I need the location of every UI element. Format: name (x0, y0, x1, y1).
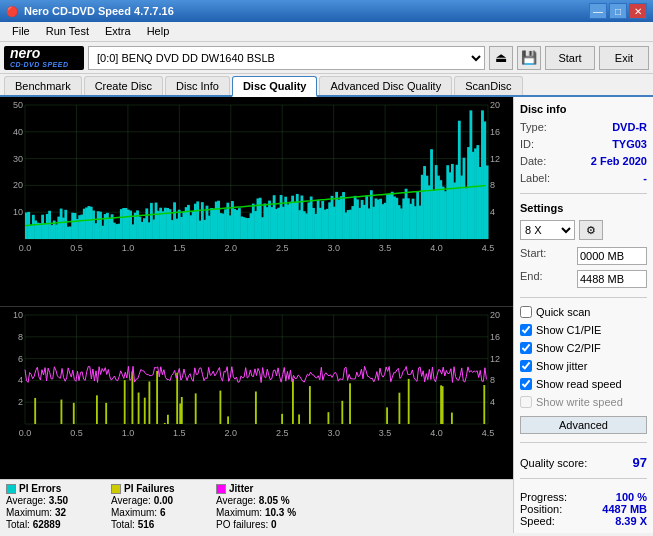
quick-scan-checkbox[interactable] (520, 306, 532, 318)
position-label: Position: (520, 503, 562, 515)
speed-selector[interactable]: 8 X 4 X 2 X MAX (520, 220, 575, 240)
pi-failures-label: PI Failures (124, 483, 175, 494)
quality-label: Quality score: (520, 457, 587, 469)
date-value: 2 Feb 2020 (591, 155, 647, 167)
tab-create-disc[interactable]: Create Disc (84, 76, 163, 95)
end-label: End: (520, 270, 543, 288)
settings-icon-btn[interactable]: ⚙ (579, 220, 603, 240)
tab-advanced-disc-quality[interactable]: Advanced Disc Quality (319, 76, 452, 95)
position-value: 4487 MB (602, 503, 647, 515)
close-button[interactable]: ✕ (629, 3, 647, 19)
show-read-speed-label: Show read speed (536, 378, 622, 390)
start-button[interactable]: Start (545, 46, 595, 70)
progress-value: 100 % (616, 491, 647, 503)
menu-file[interactable]: File (4, 24, 38, 39)
settings-title: Settings (520, 202, 647, 214)
drive-selector[interactable]: [0:0] BENQ DVD DD DW1640 BSLB (88, 46, 485, 70)
title-bar: 🔴 Nero CD-DVD Speed 4.7.7.16 — □ ✕ (0, 0, 653, 22)
maximize-button[interactable]: □ (609, 3, 627, 19)
tab-disc-quality[interactable]: Disc Quality (232, 76, 318, 97)
save-button[interactable]: 💾 (517, 46, 541, 70)
exit-button[interactable]: Exit (599, 46, 649, 70)
main-content: PI Errors Average: 3.50 Maximum: 32 Tota… (0, 97, 653, 533)
toolbar: nero CD·DVD SPEED [0:0] BENQ DVD DD DW16… (0, 42, 653, 74)
speed-label: Speed: (520, 515, 555, 527)
type-label: Type: (520, 121, 547, 133)
stats-footer: PI Errors Average: 3.50 Maximum: 32 Tota… (0, 479, 513, 533)
jitter-label: Jitter (229, 483, 253, 494)
menu-help[interactable]: Help (139, 24, 178, 39)
sidebar: Disc info Type: DVD-R ID: TYG03 Date: 2 … (513, 97, 653, 533)
disc-label-label: Label: (520, 172, 550, 184)
show-read-speed-checkbox[interactable] (520, 378, 532, 390)
advanced-button[interactable]: Advanced (520, 416, 647, 434)
id-value: TYG03 (612, 138, 647, 150)
end-input[interactable] (577, 270, 647, 288)
app-icon: 🔴 (6, 6, 18, 17)
show-write-speed-checkbox[interactable] (520, 396, 532, 408)
show-jitter-label: Show jitter (536, 360, 587, 372)
quick-scan-label: Quick scan (536, 306, 590, 318)
tab-benchmark[interactable]: Benchmark (4, 76, 82, 95)
start-label: Start: (520, 247, 546, 265)
start-input[interactable] (577, 247, 647, 265)
window-title: Nero CD-DVD Speed 4.7.7.16 (24, 5, 174, 17)
show-jitter-checkbox[interactable] (520, 360, 532, 372)
id-label: ID: (520, 138, 534, 150)
show-c2-pif-label: Show C2/PIF (536, 342, 601, 354)
show-c1-pie-checkbox[interactable] (520, 324, 532, 336)
show-write-speed-label: Show write speed (536, 396, 623, 408)
disc-label-value: - (643, 172, 647, 184)
show-c2-pif-checkbox[interactable] (520, 342, 532, 354)
speed-value: 8.39 X (615, 515, 647, 527)
eject-button[interactable]: ⏏ (489, 46, 513, 70)
type-value: DVD-R (612, 121, 647, 133)
show-c1-pie-label: Show C1/PIE (536, 324, 601, 336)
quality-score: 97 (633, 455, 647, 470)
menu-extra[interactable]: Extra (97, 24, 139, 39)
tab-scandisc[interactable]: ScanDisc (454, 76, 522, 95)
tab-disc-info[interactable]: Disc Info (165, 76, 230, 95)
progress-label: Progress: (520, 491, 567, 503)
menu-bar: File Run Test Extra Help (0, 22, 653, 42)
tabs-bar: Benchmark Create Disc Disc Info Disc Qua… (0, 74, 653, 97)
pi-errors-label: PI Errors (19, 483, 61, 494)
menu-run-test[interactable]: Run Test (38, 24, 97, 39)
disc-info-title: Disc info (520, 103, 647, 115)
minimize-button[interactable]: — (589, 3, 607, 19)
date-label: Date: (520, 155, 546, 167)
nero-logo: nero CD·DVD SPEED (4, 46, 84, 70)
